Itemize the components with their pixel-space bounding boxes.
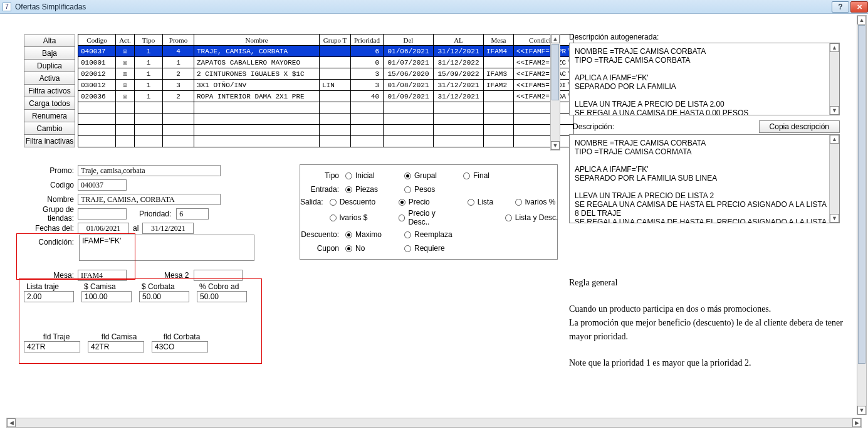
window-vscroll[interactable] (857, 15, 867, 415)
close-button[interactable] (850, 1, 868, 13)
cobro-label: % Cobro ad (197, 282, 254, 291)
promo-label: Promo: (24, 166, 78, 175)
window-hscroll[interactable] (6, 418, 862, 428)
col-del[interactable]: Del (384, 34, 434, 46)
promo-input[interactable] (78, 165, 221, 176)
cell-mesa: IFAM4 (484, 46, 514, 57)
scroll-right-icon[interactable] (852, 418, 861, 427)
filtra-activos-button[interactable]: Filtra activos (24, 85, 75, 97)
cupon-row: Cupon No Requiere (300, 241, 557, 255)
desc-scroll[interactable] (829, 135, 839, 223)
col-codigo[interactable]: Codigo (78, 34, 116, 46)
autogen-scroll[interactable] (829, 43, 839, 115)
cell-promo: 3 (163, 80, 194, 91)
prioridad-label: Prioridad: (127, 209, 176, 218)
radio-precio[interactable]: Precio (399, 198, 458, 206)
radio-lista[interactable]: Lista (468, 198, 505, 206)
radio-reemplaza[interactable]: Reemplaza (404, 230, 453, 239)
carga-todos-button[interactable]: Carga todos (24, 97, 75, 110)
radio-piezas[interactable]: Piezas (345, 185, 394, 194)
cell-grupo (320, 46, 351, 57)
table-vscroll[interactable] (550, 34, 560, 151)
scroll-left-icon[interactable] (7, 418, 16, 427)
scroll-down-icon[interactable] (551, 141, 560, 150)
rule-text: Regla general Cuando un producto partici… (569, 276, 851, 370)
scroll-down-icon[interactable] (857, 406, 866, 415)
radio-maximo[interactable]: Maximo (345, 230, 394, 239)
cell-grupo (320, 57, 351, 68)
description-box[interactable]: NOMBRE =TRAJE CAMISA CORBATA TIPO =TRAJE… (569, 134, 840, 223)
radio-pesos[interactable]: Pesos (404, 185, 453, 194)
cell-al: 31/12/2021 (434, 91, 484, 102)
cell-act: ☒ (116, 91, 135, 102)
cell-cond: <<IFAM2='2ZC' (514, 57, 573, 68)
price-grid: Lista traje $ Camisa $ Corbata % Cobro a… (24, 282, 254, 302)
fld-corbata-input[interactable] (152, 341, 208, 352)
col-condicion[interactable]: Condicion (514, 34, 573, 46)
radio-ivarioss[interactable]: lvarios $ (330, 209, 389, 226)
cell-del: 15/06/2020 (384, 68, 434, 80)
cell-codigo: 020036 (78, 91, 116, 102)
col-mesa[interactable]: Mesa (484, 34, 514, 46)
renumera-button[interactable]: Renumera (24, 110, 75, 122)
rule-para1: Cuando un producto participa en dos o má… (569, 302, 851, 344)
fld-camisa-input[interactable] (88, 341, 144, 352)
codigo-input[interactable] (78, 179, 127, 191)
cell-codigo: 030012 (78, 80, 116, 91)
entrada-label: Entrada: (300, 185, 345, 194)
duplica-button[interactable]: Duplica (24, 60, 75, 72)
cambio-button[interactable]: Cambio (24, 122, 75, 135)
radio-requiere[interactable]: Requiere (404, 244, 453, 253)
radio-no[interactable]: No (345, 244, 394, 253)
nombre-input[interactable] (78, 194, 221, 205)
col-prioridad[interactable]: Prioridad (351, 34, 384, 46)
cell-act: ☒ (116, 68, 135, 80)
activa-button[interactable]: Activa (24, 72, 75, 85)
radio-descuento[interactable]: Descuento (330, 198, 389, 206)
cell-prio: 3 (351, 68, 384, 80)
radio-final[interactable]: Final (463, 171, 512, 180)
alta-button[interactable]: Alta (24, 34, 75, 47)
scroll-thumb[interactable] (552, 44, 559, 100)
cell-prio: 40 (351, 91, 384, 102)
offers-table[interactable]: Codigo Act. Tipo Promo Nombre Grupo T Pr… (78, 34, 573, 147)
table-row[interactable]: 030012☒133X1 OTÑO/INVLIN301/08/202131/12… (78, 80, 573, 91)
cell-del: 01/06/2021 (384, 46, 434, 57)
cell-act: ☒ (116, 80, 135, 91)
entrada-row: Entrada: Piezas Pesos (300, 183, 557, 196)
radio-listaydesc[interactable]: Lista y Desc. (505, 209, 564, 226)
radio-precioydesc[interactable]: Precio y Desc.. (399, 209, 458, 226)
camisa-input[interactable] (81, 291, 132, 302)
radio-ivariospc[interactable]: lvarios % (515, 198, 574, 206)
col-act[interactable]: Act. (116, 34, 135, 46)
copia-descripcion-button[interactable]: Copia descripción (759, 120, 840, 133)
col-nombre[interactable]: Nombre (194, 34, 320, 46)
fecha-del-input[interactable] (78, 223, 129, 234)
autogen-description[interactable]: NOMBRE =TRAJE CAMISA CORBATA TIPO =TRAJE… (569, 43, 840, 115)
col-al[interactable]: AL (434, 34, 484, 46)
table-row[interactable]: 040037☒14TRAJE, CAMISA, CORBATA601/06/20… (78, 46, 573, 57)
table-row[interactable]: 010001☒11ZAPATOS CABALLERO MAYOREO001/07… (78, 57, 573, 68)
filtra-inactivas-button[interactable]: Filtra inactivas (24, 135, 75, 147)
help-button[interactable]: ? (832, 1, 849, 13)
col-grupo[interactable]: Grupo T (320, 34, 351, 46)
cobro-input[interactable] (197, 291, 247, 302)
grupotiendas-input[interactable] (78, 208, 127, 220)
col-tipo[interactable]: Tipo (135, 34, 163, 46)
cell-mesa (484, 57, 514, 68)
fld-traje-input[interactable] (24, 341, 80, 352)
scroll-up-icon[interactable] (857, 16, 866, 24)
radio-grupal[interactable]: Grupal (404, 171, 453, 180)
tipo-label: Tipo (300, 171, 345, 180)
corbata-input[interactable] (139, 291, 189, 302)
table-row[interactable]: 020012☒122 CINTURONES IGUALES X $1C315/0… (78, 68, 573, 80)
lista-traje-input[interactable] (24, 291, 74, 302)
table-row[interactable]: 020036☒12ROPA INTERIOR DAMA 2X1 PRE4001/… (78, 91, 573, 102)
scroll-thumb[interactable] (858, 25, 865, 364)
baja-button[interactable]: Baja (24, 47, 75, 60)
scroll-up-icon[interactable] (551, 34, 560, 43)
col-promo[interactable]: Promo (163, 34, 194, 46)
fecha-al-input[interactable] (142, 223, 194, 234)
radio-inicial[interactable]: Inicial (345, 171, 394, 180)
prioridad-input[interactable] (176, 208, 209, 220)
